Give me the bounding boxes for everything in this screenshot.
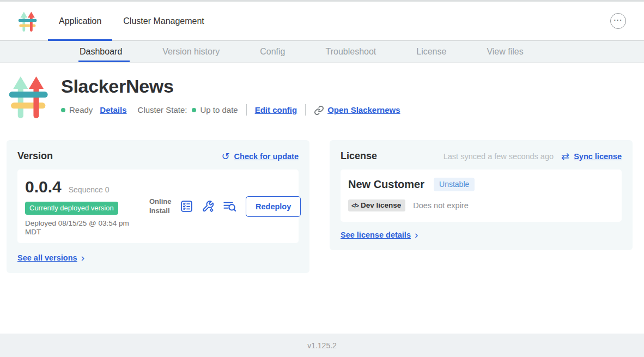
refresh-icon: ↺ [221,152,229,161]
status-dot-cluster [192,108,196,112]
redeploy-button[interactable]: Redeploy [246,196,301,217]
ellipsis-icon: ··· [614,16,623,24]
tab-application[interactable]: Application [48,2,112,40]
open-app-link[interactable]: Open Slackernews [327,105,400,114]
subtab-dashboard-label: Dashboard [80,47,122,57]
license-card-title: License [341,150,377,162]
see-license-details-link[interactable]: See license details [341,231,411,239]
tab-cluster-management[interactable]: Cluster Management [112,2,215,40]
subtab-license[interactable]: License [416,41,446,62]
subtab-version-history-label: Version history [162,47,220,57]
chevron-right-icon: › [415,229,418,240]
see-all-versions-link[interactable]: See all versions [17,253,77,262]
install-type-label: Online Install [149,197,173,216]
app-status-text: Ready [69,105,93,114]
subtab-dashboard[interactable]: Dashboard [80,41,122,62]
app-header: SlackerNews Ready Details Cluster State:… [0,63,644,122]
code-icon: </> [351,202,359,209]
last-synced-text: Last synced a few seconds ago [443,152,554,161]
deploy-logs-icon[interactable] [222,199,237,214]
license-type-label: Dev license [361,201,401,209]
app-status-row: Ready Details Cluster State: Up to date … [61,104,400,116]
subtab-view-files-label: View files [487,47,523,57]
console-footer: v1.125.2 [0,334,644,357]
subtab-view-files[interactable]: View files [487,41,523,62]
sync-license-link[interactable]: Sync license [574,152,622,161]
version-number: 0.0.4 [25,178,62,196]
deployed-timestamp: Deployed 08/15/25 @ 03:54 pm MDT [25,219,142,236]
customer-name: New Customer [348,178,424,191]
overflow-menu-button[interactable]: ··· [610,13,626,29]
edit-config-link[interactable]: Edit config [255,105,297,114]
subtab-config-label: Config [260,47,285,57]
tab-cluster-management-label: Cluster Management [123,16,204,26]
currently-deployed-badge: Currently deployed version [25,202,118,215]
current-version-panel: 0.0.4 Sequence 0 Currently deployed vers… [17,170,299,243]
app-logo-large-icon [8,74,50,122]
license-type-badge: </> Dev license [348,199,405,211]
app-sub-navbar: Dashboard Version history Config Trouble… [0,41,644,63]
divider [246,104,247,116]
license-card: License Last synced a few seconds ago ⇄ … [330,140,633,250]
license-expiry-text: Does not expire [413,201,469,210]
sync-icon: ⇄ [561,152,569,161]
dashboard-cards: Version ↺ Check for update 0.0.4 Sequenc… [7,140,637,273]
subtab-version-history[interactable]: Version history [162,41,220,62]
subtab-license-label: License [416,47,446,57]
preflight-checks-icon[interactable] [180,199,193,213]
details-link[interactable]: Details [100,105,126,114]
version-card-title: Version [17,150,53,162]
subtab-troubleshoot-label: Troubleshoot [325,47,376,57]
cluster-state-label: Cluster State: [138,105,187,114]
chain-link-icon [314,105,324,116]
version-sequence: Sequence 0 [69,185,110,194]
tab-application-label: Application [59,16,101,26]
console-version: v1.125.2 [307,341,337,350]
top-navbar: Application Cluster Management ··· [0,2,644,41]
chevron-right-icon: › [81,252,84,263]
version-card: Version ↺ Check for update 0.0.4 Sequenc… [7,140,309,273]
license-summary-panel: New Customer Unstable </> Dev license Do… [341,170,622,222]
page-title: SlackerNews [61,76,400,97]
divider [305,104,306,116]
top-nav-tabs: Application Cluster Management [48,2,215,40]
subtab-troubleshoot[interactable]: Troubleshoot [325,41,376,62]
config-wrench-icon[interactable] [201,199,215,213]
check-for-update-link[interactable]: Check for update [234,152,299,161]
subtab-config[interactable]: Config [260,41,285,62]
cluster-state-value: Up to date [200,105,238,114]
app-logo-icon [18,11,38,33]
status-dot-ready [61,108,65,112]
channel-badge: Unstable [434,178,475,191]
